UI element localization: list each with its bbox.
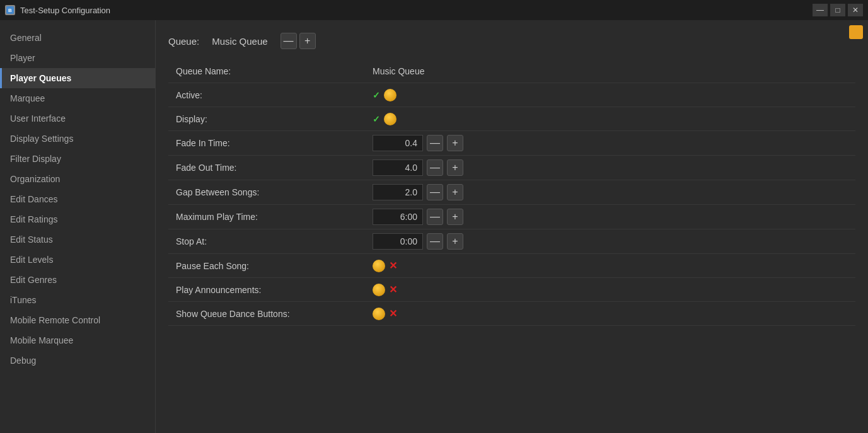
stepper-plus-gap-between-songs[interactable]: + <box>447 184 463 200</box>
queue-name-display: Music Queue <box>212 36 267 47</box>
app-icon: B <box>5 5 15 15</box>
sidebar-item-general[interactable]: General <box>0 28 155 48</box>
form-row-stop-at: Stop At:0:00—+ <box>168 229 855 254</box>
value-show-queue-dance-buttons: ✕ <box>370 304 400 324</box>
form-row-queue-name: Queue Name:Music Queue <box>168 59 855 83</box>
sidebar-item-edit-genres[interactable]: Edit Genres <box>0 270 155 290</box>
value-play-announcements: ✕ <box>370 280 400 300</box>
svg-text:B: B <box>8 8 12 13</box>
value-queue-name: Music Queue <box>370 62 427 80</box>
value-active: ✓ <box>370 85 399 105</box>
stepper-minus-fade-out-time[interactable]: — <box>427 159 443 176</box>
sidebar-item-display-settings[interactable]: Display Settings <box>0 129 155 149</box>
sidebar-item-debug[interactable]: Debug <box>0 350 155 371</box>
form-row-gap-between-songs: Gap Between Songs:2.0—+ <box>168 180 855 205</box>
toggle-circle-show-queue-dance-buttons[interactable] <box>373 308 385 320</box>
value-gap-between-songs: 2.0—+ <box>370 180 466 204</box>
label-fade-out-time: Fade Out Time: <box>168 159 370 176</box>
label-stop-at: Stop At: <box>168 233 370 250</box>
sidebar-item-edit-status[interactable]: Edit Status <box>0 229 155 250</box>
value-fade-in-time: 0.4—+ <box>370 131 466 155</box>
active-indicator <box>849 25 863 39</box>
sidebar-item-user-interface[interactable]: User Interface <box>0 108 155 129</box>
label-gap-between-songs: Gap Between Songs: <box>168 183 370 201</box>
value-pause-each-song: ✕ <box>370 256 400 276</box>
form-row-max-play-time: Maximum Play Time:6:00—+ <box>168 205 855 229</box>
toggle-circle-pause-each-song[interactable] <box>373 260 385 272</box>
queue-next-button[interactable]: + <box>299 33 316 49</box>
sidebar-item-player[interactable]: Player <box>0 48 155 68</box>
label-pause-each-song: Pause Each Song: <box>168 257 370 275</box>
sidebar-item-organization[interactable]: Organization <box>0 169 155 189</box>
sidebar-item-itunes[interactable]: iTunes <box>0 290 155 310</box>
toggle-circle-display[interactable] <box>384 113 396 125</box>
form-row-play-announcements: Play Announcements:✕ <box>168 278 855 302</box>
queue-nav-controls: — + <box>281 33 316 49</box>
form-row-show-queue-dance-buttons: Show Queue Dance Buttons:✕ <box>168 302 855 326</box>
value-fade-out-time: 4.0—+ <box>370 156 466 180</box>
stepper-plus-stop-at[interactable]: + <box>447 233 463 250</box>
stepper-minus-max-play-time[interactable]: — <box>427 209 443 225</box>
stepper-minus-gap-between-songs[interactable]: — <box>427 184 443 200</box>
stepper-plus-fade-in-time[interactable]: + <box>447 135 463 151</box>
stepper-plus-max-play-time[interactable]: + <box>447 209 463 225</box>
stepper-value-max-play-time: 6:00 <box>373 209 423 225</box>
form-row-pause-each-song: Pause Each Song:✕ <box>168 254 855 278</box>
label-fade-in-time: Fade In Time: <box>168 134 370 152</box>
sidebar-item-marquee[interactable]: Marquee <box>0 88 155 108</box>
sidebar-item-edit-ratings[interactable]: Edit Ratings <box>0 209 155 229</box>
title-bar-left: B Test-Setup Configuration <box>5 5 110 15</box>
label-show-queue-dance-buttons: Show Queue Dance Buttons: <box>168 305 370 323</box>
toggle-x-pause-each-song[interactable]: ✕ <box>389 260 397 272</box>
label-active: Active: <box>168 86 370 104</box>
label-queue-name: Queue Name: <box>168 62 370 80</box>
maximize-button[interactable]: □ <box>830 4 845 16</box>
form-row-fade-in-time: Fade In Time:0.4—+ <box>168 131 855 156</box>
queue-prev-button[interactable]: — <box>281 33 297 49</box>
toggle-circle-active[interactable] <box>384 89 396 101</box>
form-row-active: Active:✓ <box>168 83 855 107</box>
stepper-value-stop-at: 0:00 <box>373 233 423 250</box>
title-bar: B Test-Setup Configuration — □ ✕ <box>0 0 868 20</box>
window-controls: — □ ✕ <box>813 4 863 16</box>
value-stop-at: 0:00—+ <box>370 229 466 253</box>
toggle-x-show-queue-dance-buttons[interactable]: ✕ <box>389 308 397 320</box>
toggle-circle-play-announcements[interactable] <box>373 284 385 296</box>
sidebar-item-edit-dances[interactable]: Edit Dances <box>0 189 155 209</box>
value-max-play-time: 6:00—+ <box>370 205 466 229</box>
sidebar-item-mobile-remote[interactable]: Mobile Remote Control <box>0 310 155 330</box>
stepper-minus-stop-at[interactable]: — <box>427 233 443 250</box>
form-row-display: Display:✓ <box>168 107 855 131</box>
sidebar: GeneralPlayerPlayer QueuesMarqueeUser In… <box>0 20 156 433</box>
settings-form: Queue Name:Music QueueActive:✓Display:✓F… <box>168 59 855 326</box>
label-display: Display: <box>168 110 370 128</box>
close-button[interactable]: ✕ <box>848 4 863 16</box>
check-icon-display[interactable]: ✓ <box>373 114 380 124</box>
stepper-value-fade-in-time: 0.4 <box>373 135 423 151</box>
stepper-value-gap-between-songs: 2.0 <box>373 184 423 200</box>
window-title: Test-Setup Configuration <box>20 6 110 15</box>
queue-label: Queue: <box>168 36 199 47</box>
sidebar-item-mobile-marquee[interactable]: Mobile Marquee <box>0 330 155 350</box>
stepper-minus-fade-in-time[interactable]: — <box>427 135 443 151</box>
check-icon-active[interactable]: ✓ <box>373 90 380 100</box>
content-area: Queue: Music Queue — + Queue Name:Music … <box>156 20 868 433</box>
queue-header: Queue: Music Queue — + <box>168 33 855 49</box>
form-row-fade-out-time: Fade Out Time:4.0—+ <box>168 156 855 180</box>
stepper-plus-fade-out-time[interactable]: + <box>447 159 463 176</box>
value-display: ✓ <box>370 109 399 129</box>
text-value-queue-name: Music Queue <box>373 66 424 76</box>
sidebar-item-edit-levels[interactable]: Edit Levels <box>0 250 155 270</box>
sidebar-item-filter-display[interactable]: Filter Display <box>0 149 155 169</box>
toggle-x-play-announcements[interactable]: ✕ <box>389 284 397 296</box>
sidebar-item-player-queues[interactable]: Player Queues <box>0 68 155 88</box>
stepper-value-fade-out-time: 4.0 <box>373 159 423 176</box>
label-play-announcements: Play Announcements: <box>168 281 370 299</box>
main-layout: GeneralPlayerPlayer QueuesMarqueeUser In… <box>0 20 868 433</box>
minimize-button[interactable]: — <box>813 4 828 16</box>
label-max-play-time: Maximum Play Time: <box>168 208 370 226</box>
